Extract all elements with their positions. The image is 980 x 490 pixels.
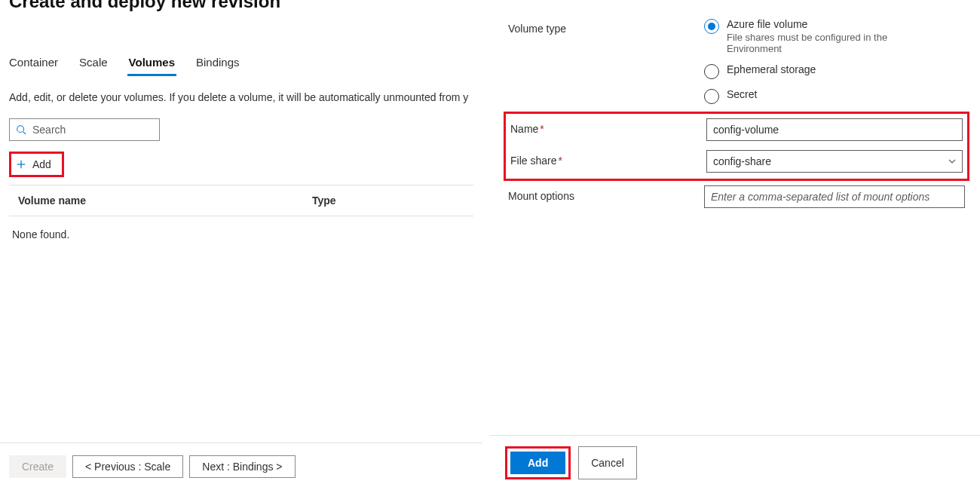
volume-type-options: Azure file volume File shares must be co… xyxy=(704,18,965,107)
radio-azure-sub: File shares must be configured in the En… xyxy=(727,32,923,54)
col-type[interactable]: Type xyxy=(312,194,464,207)
radio-ephemeral[interactable]: Ephemeral storage xyxy=(704,63,965,79)
add-volume-panel: Volume type Azure file volume File share… xyxy=(490,0,980,490)
search-icon xyxy=(16,124,26,135)
add-volume-label: Add xyxy=(32,158,51,170)
tab-scale[interactable]: Scale xyxy=(79,56,108,76)
add-volume-highlight: Add xyxy=(9,152,64,177)
previous-button[interactable]: < Previous : Scale xyxy=(72,455,183,478)
panel-cancel-button[interactable]: Cancel xyxy=(578,446,637,479)
plus-icon xyxy=(16,159,26,170)
label-mount-options: Mount options xyxy=(508,185,704,202)
label-name: Name* xyxy=(510,118,706,135)
radio-azure-file[interactable]: Azure file volume File shares must be co… xyxy=(704,18,965,54)
row-fileshare: File share* xyxy=(510,150,963,173)
search-input[interactable] xyxy=(32,124,153,136)
search-box[interactable] xyxy=(9,118,160,141)
fileshare-select[interactable] xyxy=(706,150,963,173)
row-volume-type: Volume type Azure file volume File share… xyxy=(508,18,965,107)
tab-container[interactable]: Container xyxy=(9,56,58,76)
row-mount-options: Mount options xyxy=(508,185,965,208)
radio-azure-label: Azure file volume xyxy=(727,18,923,30)
radio-secret[interactable]: Secret xyxy=(704,88,965,104)
add-button-highlight: Add xyxy=(505,446,571,479)
tab-bindings[interactable]: Bindings xyxy=(196,56,240,76)
radio-icon xyxy=(704,89,719,104)
page-title: Create and deploy new revision xyxy=(9,0,473,15)
main-footer: Create < Previous : Scale Next : Binding… xyxy=(0,443,482,490)
radio-icon xyxy=(704,64,719,79)
name-input[interactable] xyxy=(706,118,963,141)
name-fileshare-highlight: Name* File share* xyxy=(504,112,969,181)
next-button[interactable]: Next : Bindings > xyxy=(189,455,295,478)
label-volume-type: Volume type xyxy=(508,18,704,35)
table-header: Volume name Type xyxy=(9,185,473,216)
volumes-table: Volume name Type None found. xyxy=(9,185,473,253)
main-panel: Create and deploy new revision Container… xyxy=(0,0,482,490)
create-button: Create xyxy=(9,455,66,478)
radio-icon xyxy=(704,19,719,34)
volumes-subtext: Add, edit, or delete your volumes. If yo… xyxy=(9,91,473,103)
radio-secret-label: Secret xyxy=(727,88,757,100)
side-footer: Add Cancel xyxy=(490,435,980,490)
tab-volumes[interactable]: Volumes xyxy=(129,56,175,76)
radio-ephemeral-label: Ephemeral storage xyxy=(727,63,816,75)
mount-options-input[interactable] xyxy=(704,185,965,208)
panel-add-button[interactable]: Add xyxy=(510,452,565,474)
row-name: Name* xyxy=(510,118,963,141)
svg-point-0 xyxy=(17,126,24,133)
svg-line-1 xyxy=(23,132,26,135)
table-empty: None found. xyxy=(9,216,473,253)
col-volume-name[interactable]: Volume name xyxy=(18,194,312,207)
label-fileshare: File share* xyxy=(510,150,706,167)
add-volume-button[interactable]: Add xyxy=(11,154,62,175)
tabs: Container Scale Volumes Bindings xyxy=(9,56,473,76)
